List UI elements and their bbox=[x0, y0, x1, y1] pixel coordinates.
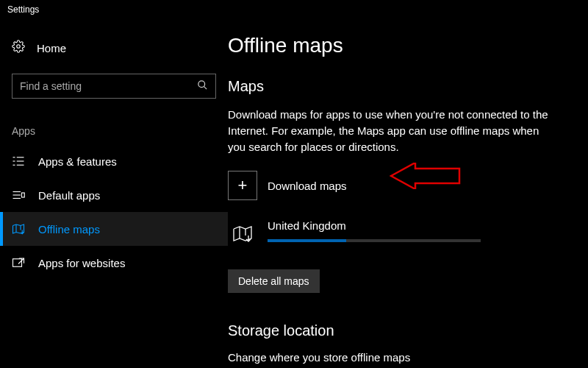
delete-all-maps-button[interactable]: Delete all maps bbox=[228, 269, 320, 293]
maps-section-heading: Maps bbox=[228, 78, 588, 95]
page-title: Offline maps bbox=[228, 34, 588, 57]
search-icon bbox=[197, 79, 208, 93]
download-progress-fill bbox=[268, 239, 346, 242]
home-label: Home bbox=[37, 42, 66, 54]
defaults-icon bbox=[12, 188, 25, 202]
sidebar-item-offline-maps[interactable]: Offline maps bbox=[0, 212, 228, 246]
sidebar-item-label: Apps & features bbox=[38, 155, 117, 168]
main-content: Offline maps Maps Download maps for apps… bbox=[228, 19, 588, 368]
map-icon bbox=[228, 219, 257, 249]
map-download-icon bbox=[12, 222, 25, 236]
map-name: United Kingdom bbox=[268, 219, 481, 232]
plus-icon: + bbox=[228, 171, 257, 200]
home-button[interactable]: Home bbox=[0, 34, 228, 74]
sidebar-item-apps-features[interactable]: Apps & features bbox=[0, 144, 228, 178]
download-maps-button[interactable]: + Download maps bbox=[228, 171, 588, 200]
storage-section-heading: Storage location bbox=[228, 322, 588, 339]
download-progress bbox=[268, 239, 481, 242]
map-download-item[interactable]: United Kingdom bbox=[228, 219, 588, 249]
search-input[interactable] bbox=[20, 80, 197, 92]
svg-rect-12 bbox=[22, 193, 25, 197]
open-icon bbox=[12, 256, 25, 269]
maps-section-description: Download maps for apps to use when you'r… bbox=[228, 107, 559, 155]
sidebar-item-label: Apps for websites bbox=[38, 257, 125, 269]
gear-icon bbox=[12, 40, 25, 56]
svg-rect-16 bbox=[13, 259, 22, 267]
sidebar: Home Apps Apps & features Default apps bbox=[0, 19, 228, 368]
svg-point-1 bbox=[198, 80, 205, 87]
download-maps-label: Download maps bbox=[268, 180, 347, 192]
sidebar-item-apps-for-websites[interactable]: Apps for websites bbox=[0, 246, 228, 280]
list-icon bbox=[12, 155, 25, 168]
svg-line-2 bbox=[204, 86, 207, 89]
svg-point-0 bbox=[17, 45, 21, 49]
sidebar-group-header: Apps bbox=[0, 125, 228, 144]
sidebar-item-label: Default apps bbox=[38, 189, 100, 202]
sidebar-item-label: Offline maps bbox=[38, 223, 100, 236]
sidebar-item-default-apps[interactable]: Default apps bbox=[0, 178, 228, 212]
storage-section-description: Change where you store offline maps bbox=[228, 351, 588, 364]
search-box[interactable] bbox=[12, 74, 216, 99]
window-title: Settings bbox=[0, 0, 588, 19]
